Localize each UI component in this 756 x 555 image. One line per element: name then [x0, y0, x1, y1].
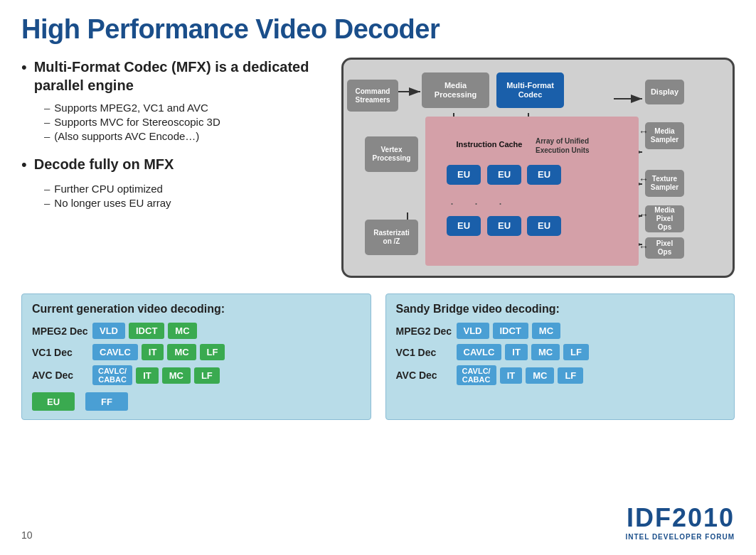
legend-ff: FF — [85, 392, 128, 411]
current-gen-panel: Current generation video decoding: MPEG2… — [21, 293, 371, 420]
sandy-avc-cavlc: CAVLC/CABAC — [457, 365, 496, 385]
idf-logo-subtext: INTEL DEVELOPER FORUM — [625, 533, 735, 541]
bullet-dot-1: • — [21, 58, 27, 78]
current-vc1-mc: MC — [167, 344, 196, 360]
sub-bullet-2-2: – No longer uses EU array — [44, 197, 327, 209]
bullet-section-1: • Multi-Format Codec (MFX) is a dedicate… — [21, 58, 327, 142]
current-avc-label: AVC Dec — [32, 370, 89, 381]
left-panel: • Multi-Format Codec (MFX) is a dedicate… — [21, 58, 327, 278]
sub-dash: – — [44, 130, 50, 142]
diagram-panel: CommandStreamers MediaProcessing Multi-F… — [341, 58, 735, 278]
sandy-bridge-panel: Sandy Bridge video decoding: MPEG2 Dec V… — [385, 293, 735, 420]
sandy-bridge-title: Sandy Bridge video decoding: — [396, 303, 725, 316]
page-number: 10 — [21, 529, 33, 541]
legend-eu: EU — [32, 392, 75, 411]
arrow-r3: ↔ — [639, 209, 649, 220]
display-box: Display — [645, 80, 684, 104]
arrow-r2: ↔ — [639, 173, 649, 185]
sandy-avc-it: IT — [500, 367, 523, 384]
eu-box-3: EU — [527, 165, 561, 185]
sub-dash: – — [44, 183, 50, 195]
current-mpeg2-label: MPEG2 Dec — [32, 325, 89, 337]
sandy-vc1-mc: MC — [531, 344, 560, 360]
current-avc-cavlc: CAVLC/CABAC — [92, 365, 132, 385]
sandy-avc-label: AVC Dec — [396, 370, 453, 381]
eu-dots: . . . — [450, 193, 511, 208]
instruction-cache-box: Instruction Cache — [447, 134, 532, 156]
current-gen-title: Current generation video decoding: — [32, 303, 361, 316]
sandy-vc1-it: IT — [505, 344, 528, 360]
eu-box-5: EU — [487, 216, 521, 236]
main-content: • Multi-Format Codec (MFX) is a dedicate… — [21, 58, 735, 278]
vertex-box: VertexProcessing — [365, 136, 418, 172]
pixel-ops-box: Pixel Ops — [645, 237, 684, 259]
current-gen-legend: EU FF — [32, 392, 361, 411]
sandy-vc1-lf: LF — [563, 344, 589, 360]
media-pixel-ops-box: MediaPixel Ops — [645, 205, 684, 232]
sub-text-2-1: Further CPU optimized — [54, 183, 163, 195]
sub-text-1-2: Supports MVC for Stereoscopic 3D — [54, 116, 220, 128]
legend-ff-box: FF — [85, 392, 128, 411]
sandy-vc1-cavlc: CAVLC — [457, 344, 502, 360]
bullet-text-1: Multi-Format Codec (MFX) is a dedicated … — [34, 58, 327, 95]
bullet-item-1: • Multi-Format Codec (MFX) is a dedicate… — [21, 58, 327, 95]
sandy-mpeg2-mc: MC — [532, 323, 560, 339]
bullet-dot-2: • — [21, 155, 27, 176]
sub-bullet-1-2: – Supports MVC for Stereoscopic 3D — [44, 116, 327, 128]
current-mpeg2-mc: MC — [168, 323, 196, 339]
texture-sampler-box: TextureSampler — [645, 170, 684, 197]
media-processing-box: MediaProcessing — [422, 72, 489, 108]
sub-dash: – — [44, 197, 50, 209]
current-avc-row: AVC Dec CAVLC/CABAC IT MC LF — [32, 365, 361, 385]
sandy-vc1-row: VC1 Dec CAVLC IT MC LF — [396, 344, 725, 360]
sandy-avc-row: AVC Dec CAVLC/CABAC IT MC LF — [396, 365, 725, 385]
arrow-r1: ↔ — [639, 126, 649, 137]
current-vc1-label: VC1 Dec — [32, 347, 89, 358]
sandy-mpeg2-idct: IDCT — [493, 323, 528, 339]
current-vc1-lf: LF — [200, 344, 225, 360]
sandy-avc-mc: MC — [526, 367, 554, 384]
sandy-mpeg2-row: MPEG2 Dec VLD IDCT MC — [396, 323, 725, 339]
current-vc1-it: IT — [142, 344, 164, 360]
mfx-box: Multi-FormatCodec — [496, 72, 564, 108]
eu-box-4: EU — [447, 216, 481, 236]
sandy-vc1-label: VC1 Dec — [396, 347, 453, 358]
sub-bullets-1: – Supports MPEG2, VC1 and AVC – Supports… — [44, 102, 327, 142]
sub-text-1-3: (Also supports AVC Encode…) — [54, 130, 199, 142]
idf-logo-text: IDF2010 — [625, 503, 735, 533]
media-sampler-box: MediaSampler — [645, 122, 684, 149]
sub-bullet-1-1: – Supports MPEG2, VC1 and AVC — [44, 102, 327, 114]
sandy-avc-lf: LF — [558, 367, 583, 384]
eu-box-2: EU — [487, 165, 521, 185]
page-title: High Performance Video Decoder — [21, 14, 735, 45]
current-avc-lf: LF — [194, 367, 220, 384]
sandy-mpeg2-label: MPEG2 Dec — [396, 325, 453, 337]
eu-box-1: EU — [447, 165, 481, 185]
current-mpeg2-idct: IDCT — [129, 323, 164, 339]
current-avc-it: IT — [136, 367, 159, 384]
current-mpeg2-row: MPEG2 Dec VLD IDCT MC — [32, 323, 361, 339]
sub-bullet-1-3: – (Also supports AVC Encode…) — [44, 130, 327, 142]
bullet-section-2: • Decode fully on MFX – Further CPU opti… — [21, 155, 327, 209]
legend-eu-box: EU — [32, 392, 75, 411]
sandy-mpeg2-vld: VLD — [457, 323, 489, 339]
sub-text-2-2: No longer uses EU array — [54, 197, 171, 209]
sub-bullet-2-1: – Further CPU optimized — [44, 183, 327, 195]
sub-bullets-2: – Further CPU optimized – No longer uses… — [44, 183, 327, 209]
sub-dash: – — [44, 102, 50, 114]
eu-box-6: EU — [527, 216, 561, 236]
sub-text-1-1: Supports MPEG2, VC1 and AVC — [54, 102, 208, 114]
sub-dash: – — [44, 116, 50, 128]
cmd-streamers-box: CommandStreamers — [347, 80, 398, 112]
current-vc1-row: VC1 Dec CAVLC IT MC LF — [32, 344, 361, 360]
arrow-r4: ↔ — [639, 241, 649, 252]
current-vc1-cavlc: CAVLC — [92, 344, 138, 360]
bullet-item-2: • Decode fully on MFX — [21, 155, 327, 176]
current-mpeg2-vld: VLD — [92, 323, 125, 339]
idf-logo: IDF2010 INTEL DEVELOPER FORUM — [625, 503, 735, 541]
array-label: Array of UnifiedExecution Units — [536, 136, 610, 155]
current-avc-mc: MC — [162, 367, 191, 384]
raster-box: Rasterization /Z — [365, 220, 418, 255]
bullet-text-2: Decode fully on MFX — [34, 155, 174, 173]
bottom-panels: Current generation video decoding: MPEG2… — [21, 293, 735, 420]
